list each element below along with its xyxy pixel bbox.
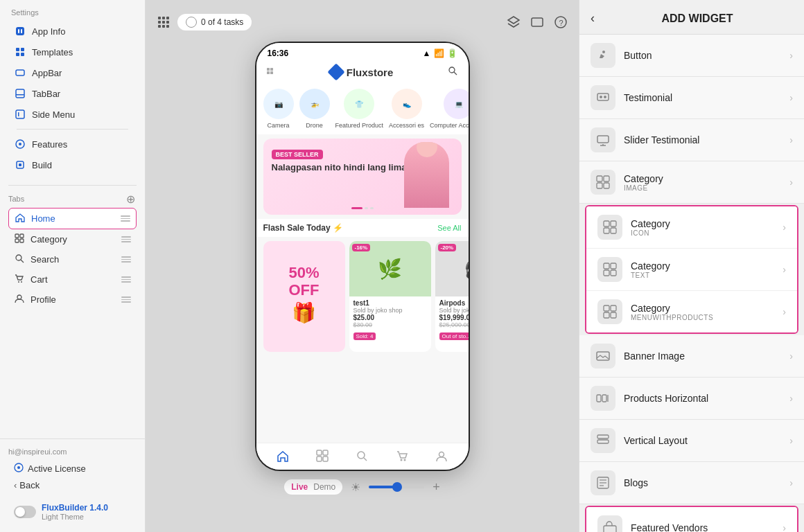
widget-cat-icon-text: Category ICON — [631, 218, 670, 237]
cat-drone: 🚁 Drone — [299, 89, 330, 129]
tab-profile[interactable]: Profile — [8, 290, 137, 310]
see-all-link[interactable]: See All — [437, 224, 461, 232]
chevron-blogs: › — [789, 477, 793, 488]
license-icon — [14, 463, 24, 475]
phone-nav-search[interactable] — [355, 449, 369, 463]
svg-rect-31 — [162, 21, 165, 24]
back-item[interactable]: ‹ Back — [8, 477, 137, 493]
active-license-item[interactable]: Active License — [8, 460, 137, 477]
widget-category-image[interactable]: Category IMAGE › — [579, 161, 804, 204]
widget-category-menu[interactable]: Category MENUWITHPRODUCTS › — [586, 291, 797, 332]
product-shop-1: Sold by joko shop — [353, 307, 427, 314]
sidebar-item-appbar[interactable]: AppBar — [8, 62, 137, 83]
product-name-2: Airpods — [439, 299, 469, 307]
category-group-highlight: Category ICON › Category TEXT › — [585, 205, 798, 334]
home-icon — [15, 212, 26, 225]
svg-rect-69 — [604, 263, 609, 269]
widget-cat-menu-text: Category MENUWITHPRODUCTS — [631, 303, 713, 321]
signal-icon: ▲ — [423, 48, 431, 58]
chevron-cat-text: › — [783, 264, 786, 275]
phone-nav-profile[interactable] — [435, 449, 448, 463]
category-drag-handle[interactable] — [121, 236, 131, 242]
home-drag-handle[interactable] — [121, 215, 130, 222]
svg-rect-35 — [166, 25, 169, 28]
right-back-arrow[interactable]: ‹ — [591, 11, 595, 26]
grid-menu-icon[interactable] — [157, 15, 171, 29]
tab-cart[interactable]: Cart — [8, 269, 137, 290]
preview-icon[interactable] — [530, 15, 544, 29]
sidebar-item-appinfo[interactable]: App Info — [8, 21, 137, 42]
widget-blogs-name: Blogs — [624, 477, 648, 488]
phone-nav-home[interactable] — [276, 449, 290, 463]
chevron-slider-testimonial: › — [789, 134, 793, 145]
help-icon[interactable]: ? — [554, 15, 568, 29]
right-panel: ‹ ADD WIDGET Button › Testimonial — [579, 0, 804, 532]
demo-button[interactable]: Demo — [313, 482, 335, 492]
svg-rect-61 — [597, 176, 602, 181]
widget-vertical-layout[interactable]: Vertical Layout › — [579, 420, 804, 462]
svg-rect-46 — [323, 450, 328, 455]
widget-category-icon[interactable]: Category ICON › — [586, 206, 797, 249]
phone-search-icon[interactable] — [447, 65, 458, 79]
search-drag-handle[interactable] — [121, 256, 131, 263]
sidebar-item-features[interactable]: Features — [8, 134, 137, 154]
svg-rect-76 — [611, 312, 616, 318]
discount-badge-2: -20% — [438, 244, 457, 251]
sidebar-item-sidemenu[interactable]: Side Menu — [8, 104, 137, 125]
tab-home[interactable]: Home — [8, 208, 137, 229]
profile-icon — [14, 293, 25, 306]
svg-line-50 — [364, 458, 367, 461]
svg-point-56 — [600, 96, 602, 98]
widget-testimonial[interactable]: Testimonial › — [579, 77, 804, 119]
logo-diamond — [327, 63, 344, 80]
widget-button-name: Button — [624, 50, 652, 61]
svg-rect-73 — [604, 305, 609, 311]
tab-search[interactable]: Search — [8, 249, 137, 269]
widget-featured-vendors[interactable]: Featured Vendors › — [586, 507, 797, 532]
sidebar-item-templates[interactable]: Templates — [8, 42, 137, 62]
widget-cat-menu-left: Category MENUWITHPRODUCTS — [597, 299, 713, 324]
theme-toggle[interactable] — [14, 506, 36, 518]
svg-text:?: ? — [559, 19, 563, 27]
phone-nav-cart[interactable] — [395, 449, 409, 463]
home-tab-label: Home — [31, 213, 55, 224]
sold-badge-1: Sold: 4 — [353, 332, 376, 340]
svg-rect-45 — [317, 450, 322, 455]
product-shop-2: Sold by joko shop — [439, 307, 469, 314]
cart-drag-handle[interactable] — [121, 276, 131, 283]
app-name: Fluxstore — [347, 66, 394, 78]
settings-label: Settings — [8, 8, 137, 17]
widget-button[interactable]: Button › — [579, 35, 804, 77]
profile-drag-handle[interactable] — [121, 296, 131, 303]
phone-nav-category[interactable] — [315, 449, 329, 463]
layers-icon[interactable] — [507, 15, 521, 29]
tabs-add-button[interactable]: ⊕ — [124, 193, 137, 205]
brightness-slider[interactable] — [369, 486, 424, 488]
widget-cat-image-name: Category — [624, 173, 663, 184]
svg-rect-15 — [19, 163, 21, 166]
sidebar-item-tabbar[interactable]: TabBar — [8, 83, 137, 104]
chevron-vertical: › — [789, 435, 793, 446]
svg-point-20 — [16, 255, 21, 260]
sidebar-item-build[interactable]: Build — [8, 154, 137, 175]
widget-products-horizontal[interactable]: Products Horizontal › — [579, 378, 804, 420]
back-chevron-icon: ‹ — [14, 480, 17, 490]
svg-point-52 — [403, 459, 405, 461]
widget-blogs[interactable]: Blogs › — [579, 462, 804, 504]
phone-time: 16:36 — [268, 48, 289, 58]
task-pill[interactable]: 0 of 4 tasks — [177, 14, 252, 30]
widget-category-text[interactable]: Category TEXT › — [586, 249, 797, 291]
slider-thumb[interactable] — [392, 482, 402, 492]
widget-cat-menu-name: Category — [631, 303, 713, 314]
widget-slider-testimonial[interactable]: Slider Testimonial › — [579, 119, 804, 161]
widget-banner-image[interactable]: Banner Image › — [579, 335, 804, 378]
tab-category[interactable]: Category — [8, 229, 137, 249]
appbar-icon — [14, 66, 26, 79]
live-button[interactable]: Live — [291, 482, 308, 492]
svg-rect-19 — [20, 239, 24, 242]
plus-button[interactable]: + — [432, 480, 440, 495]
product-price-1: $25.00 — [353, 314, 427, 321]
brightness-icon[interactable]: ☀ — [351, 481, 360, 494]
product-grid: 50%OFF 🎁 -16% 🌿 test1 Sold by joko shop … — [256, 237, 469, 356]
banner: BEST SELLER Nalagpasan nito hindi lang l… — [263, 139, 462, 215]
